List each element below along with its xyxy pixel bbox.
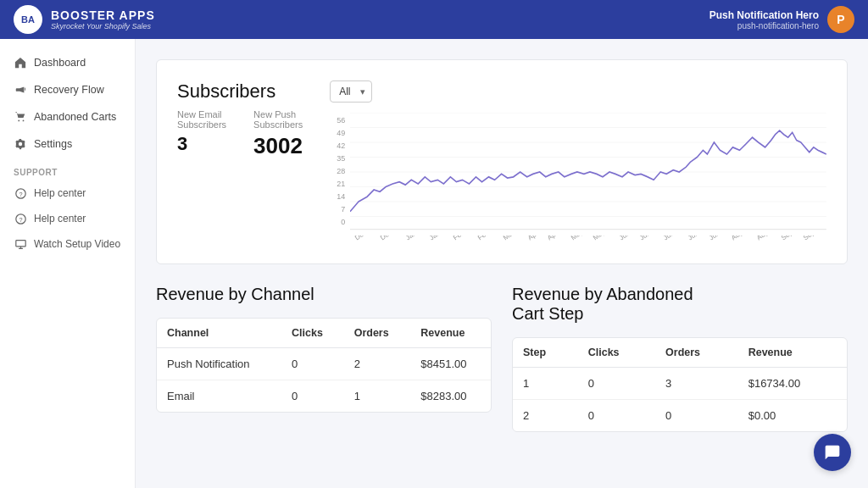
col-step-clicks: Clicks xyxy=(578,338,655,368)
sidebar-item-watch-video[interactable]: Watch Setup Video xyxy=(0,231,135,257)
revenue-channel-thead: Channel Clicks Orders Revenue xyxy=(157,319,491,348)
col-orders: Orders xyxy=(344,319,411,348)
col-channel: Channel xyxy=(157,319,281,348)
sidebar: Dashboard Recovery Flow Abandoned Carts … xyxy=(0,39,136,488)
megaphone-icon xyxy=(14,83,27,97)
support-section-label: SUPPORT xyxy=(0,158,135,180)
monitor-icon xyxy=(14,237,27,251)
nav-label-dashboard: Dashboard xyxy=(34,57,86,69)
svg-rect-6 xyxy=(15,240,25,246)
filter-dropdown-wrapper[interactable]: All xyxy=(330,80,372,103)
revenue-channel-title: Revenue by Channel xyxy=(156,285,492,304)
col-step: Step xyxy=(513,338,578,368)
avatar[interactable]: P xyxy=(827,6,854,33)
chart-wrapper: 56 49 42 35 28 21 14 7 0 xyxy=(330,113,826,243)
user-menu[interactable]: Push Notification Hero push-notification… xyxy=(709,6,854,33)
email-stat-value: 3 xyxy=(177,133,226,155)
home-icon xyxy=(14,56,27,69)
revenue-channel-card: Revenue by Channel Channel Clicks Orders… xyxy=(156,285,492,432)
chart-svg xyxy=(350,113,826,231)
revenue-channel-tbody: Push Notification 0 2 $8451.00 Email 0 1… xyxy=(157,348,491,413)
logo-text: BOOSTER APPS Skyrocket Your Shopify Sale… xyxy=(51,8,155,30)
sidebar-item-recovery-flow[interactable]: Recovery Flow xyxy=(0,76,135,103)
revenue-channel-table-wrapper: Channel Clicks Orders Revenue Push Notif… xyxy=(156,318,492,413)
svg-text:?: ? xyxy=(19,190,22,197)
subscribers-section: Subscribers New EmailSubscribers 3 New P… xyxy=(156,59,848,264)
support-label-help2: Help center xyxy=(34,213,86,225)
gear-icon xyxy=(14,137,27,151)
filter-dropdown[interactable]: All xyxy=(330,80,372,103)
support-label-help1: Help center xyxy=(34,187,86,199)
topbar: BA BOOSTER APPS Skyrocket Your Shopify S… xyxy=(0,0,868,39)
svg-text:?: ? xyxy=(19,215,22,223)
table-row: Push Notification 0 2 $8451.00 xyxy=(157,348,491,380)
revenue-sections: Revenue by Channel Channel Clicks Orders… xyxy=(156,285,848,432)
col-step-revenue: Revenue xyxy=(738,338,847,368)
circle-question-icon-1: ? xyxy=(14,186,27,200)
logo: BA BOOSTER APPS Skyrocket Your Shopify S… xyxy=(14,5,155,34)
support-label-video: Watch Setup Video xyxy=(34,238,120,250)
chart-right: All 56 49 42 35 28 21 14 7 xyxy=(330,80,826,243)
sidebar-item-abandoned-carts[interactable]: Abandoned Carts xyxy=(0,103,135,130)
svg-point-0 xyxy=(18,120,19,122)
revenue-step-table-wrapper: Step Clicks Orders Revenue 1 0 3 xyxy=(512,337,848,432)
nav-label-settings: Settings xyxy=(34,138,72,150)
revenue-step-thead: Step Clicks Orders Revenue xyxy=(513,338,847,368)
sidebar-item-help-1[interactable]: ? Help center xyxy=(0,180,135,206)
nav-label-recovery: Recovery Flow xyxy=(34,84,104,96)
main-content: Subscribers New EmailSubscribers 3 New P… xyxy=(136,39,868,488)
push-stat-value: 3002 xyxy=(253,133,303,159)
cart-icon xyxy=(14,110,27,124)
email-stat: New EmailSubscribers 3 xyxy=(177,109,226,159)
svg-point-1 xyxy=(23,120,25,122)
table-row: Email 0 1 $8283.00 xyxy=(157,380,491,413)
sidebar-item-settings[interactable]: Settings xyxy=(0,130,135,158)
revenue-step-header-row: Step Clicks Orders Revenue xyxy=(513,338,847,368)
revenue-channel-header-row: Channel Clicks Orders Revenue xyxy=(157,319,491,348)
col-revenue: Revenue xyxy=(410,319,491,348)
main-layout: Dashboard Recovery Flow Abandoned Carts … xyxy=(0,39,868,488)
sidebar-item-help-2[interactable]: ? Help center xyxy=(0,206,135,231)
revenue-channel-table: Channel Clicks Orders Revenue Push Notif… xyxy=(157,319,491,412)
circle-question-icon-2: ? xyxy=(14,212,27,225)
subscribers-left: Subscribers New EmailSubscribers 3 New P… xyxy=(177,80,303,159)
push-stat: New PushSubscribers 3002 xyxy=(253,109,303,159)
table-row: 1 0 3 $16734.00 xyxy=(513,368,847,400)
sidebar-item-dashboard[interactable]: Dashboard xyxy=(0,49,135,76)
chart-yaxis: 56 49 42 35 28 21 14 7 0 xyxy=(330,113,350,243)
revenue-step-table: Step Clicks Orders Revenue 1 0 3 xyxy=(513,338,847,431)
logo-icon: BA xyxy=(14,5,42,34)
user-info: Push Notification Hero push-notification… xyxy=(709,9,819,30)
revenue-step-card: Revenue by AbandonedCart Step Step Click… xyxy=(512,285,848,432)
nav-label-carts: Abandoned Carts xyxy=(34,111,116,123)
chart-xaxis: Dec 16 Dec 30 Jan 13 Jan 27 Feb 10 Feb 2… xyxy=(350,236,826,243)
user-name: Push Notification Hero xyxy=(709,9,819,21)
revenue-step-title: Revenue by AbandonedCart Step xyxy=(512,285,848,324)
chat-button[interactable] xyxy=(814,434,851,471)
brand-name: BOOSTER APPS xyxy=(51,8,155,22)
user-handle: push-notification-hero xyxy=(709,21,819,30)
col-step-orders: Orders xyxy=(655,338,738,368)
subscribers-stats: New EmailSubscribers 3 New PushSubscribe… xyxy=(177,109,303,159)
tagline: Skyrocket Your Shopify Sales xyxy=(51,22,155,30)
table-row: 2 0 0 $0.00 xyxy=(513,400,847,432)
subscribers-title: Subscribers xyxy=(177,80,303,103)
chart-area: Dec 16 Dec 30 Jan 13 Jan 27 Feb 10 Feb 2… xyxy=(350,113,826,243)
col-clicks: Clicks xyxy=(281,319,344,348)
revenue-step-tbody: 1 0 3 $16734.00 2 0 0 $0.00 xyxy=(513,368,847,432)
